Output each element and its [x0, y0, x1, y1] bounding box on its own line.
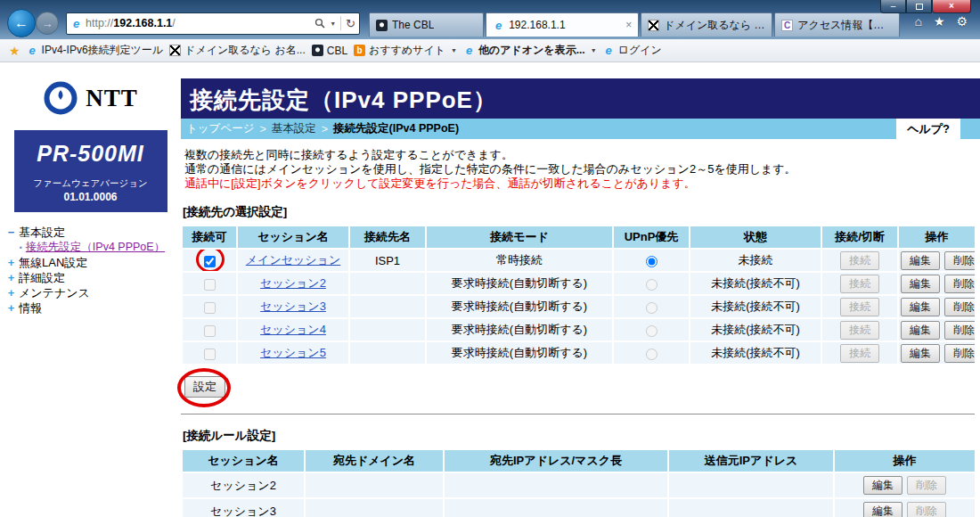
- edit-button[interactable]: 編集: [863, 476, 902, 495]
- favorite-login[interactable]: e ログイン: [603, 43, 662, 58]
- home-icon[interactable]: ⌂: [914, 14, 921, 29]
- delete-button[interactable]: 削除: [944, 321, 975, 340]
- edit-button[interactable]: 編集: [901, 321, 940, 340]
- col-connection-mode: 接続モード: [427, 226, 612, 248]
- expand-icon[interactable]: +: [5, 300, 17, 316]
- delete-button[interactable]: 削除: [907, 502, 946, 517]
- mode-cell: 要求時接続(自動切断する): [427, 342, 612, 364]
- edit-button[interactable]: 編集: [901, 344, 940, 363]
- tab-access-info[interactable]: C アクセス情報【使用中のI...: [774, 12, 900, 37]
- upnp-radio[interactable]: [646, 325, 657, 337]
- forward-button[interactable]: →: [36, 12, 59, 35]
- refresh-icon[interactable]: ↻: [346, 17, 355, 30]
- tab-close-icon[interactable]: ×: [620, 19, 632, 31]
- edit-button[interactable]: 編集: [863, 502, 902, 517]
- favorite-suggested-sites[interactable]: b おすすめサイト ▼: [354, 43, 457, 58]
- delete-button[interactable]: 削除: [944, 251, 975, 270]
- upnp-radio[interactable]: [646, 256, 657, 267]
- connectable-checkbox[interactable]: [204, 349, 216, 360]
- device-info-box: PR-500MI ファームウェアバージョン 01.01.0006: [14, 130, 167, 212]
- expand-icon[interactable]: +: [5, 285, 17, 300]
- settings-gear-icon[interactable]: ⚙: [956, 14, 968, 29]
- page-title: 接続先設定（IPv4 PPPoE）: [181, 78, 980, 119]
- address-bar[interactable]: e http://192.168.1.1/ ▼ ↻: [66, 12, 360, 35]
- status-cell: 未接続(接続不可): [690, 273, 821, 294]
- minimize-button[interactable]: –: [880, 0, 906, 13]
- sidebar-menu: − 基本設定 ▪ 接続先設定（IPv4 PPPoE） + 無線LAN設定 + 詳…: [5, 225, 181, 316]
- delete-button[interactable]: 削除: [907, 476, 946, 495]
- connectable-checkbox[interactable]: [204, 325, 216, 337]
- favorite-onamae[interactable]: ドメイン取るなら お名...: [169, 43, 306, 58]
- cbl-favicon: [312, 45, 323, 56]
- upnp-radio[interactable]: [646, 349, 657, 360]
- address-dropdown-icon[interactable]: ▼: [330, 21, 336, 27]
- onamae-favicon: [169, 45, 181, 56]
- upnp-radio[interactable]: [646, 279, 657, 291]
- help-link[interactable]: ヘルプ?: [896, 119, 960, 139]
- back-icon: ←: [14, 15, 29, 31]
- connect-button[interactable]: 接続: [840, 321, 879, 340]
- session-cell: セッション2: [183, 473, 304, 497]
- delete-button[interactable]: 削除: [944, 298, 975, 316]
- favorite-ipv4-ipv6-tool[interactable]: e IPv4-IPv6接続判定ツール: [27, 43, 164, 58]
- collapse-icon[interactable]: −: [5, 225, 17, 240]
- breadcrumb-separator: >: [322, 123, 328, 135]
- session-link[interactable]: セッション3: [260, 300, 326, 313]
- col-operation: 操作: [899, 226, 975, 248]
- isp-name-cell: [350, 296, 425, 317]
- delete-button[interactable]: 削除: [944, 344, 975, 363]
- col-status: 状態: [690, 226, 821, 248]
- expand-icon[interactable]: +: [5, 270, 17, 285]
- table-row: セッション5 要求時接続(自動切断する) 未接続(接続不可) 接続 編集削除: [183, 342, 975, 364]
- close-button[interactable]: ×: [932, 0, 971, 13]
- tab-192-168-1-1[interactable]: e 192.168.1.1 ×: [486, 12, 639, 37]
- tab-the-cbl[interactable]: The CBL: [369, 12, 484, 37]
- sidebar-item-wireless-lan[interactable]: + 無線LAN設定: [5, 255, 181, 270]
- submit-settings-button[interactable]: 設定: [184, 376, 225, 398]
- connect-button[interactable]: 接続: [840, 298, 879, 316]
- expand-icon[interactable]: +: [5, 255, 17, 270]
- edit-button[interactable]: 編集: [901, 251, 940, 270]
- sidebar-item-information[interactable]: + 情報: [5, 300, 181, 316]
- search-icon[interactable]: [314, 18, 325, 29]
- favorites-star-icon[interactable]: ★: [9, 44, 20, 58]
- session-link[interactable]: セッション5: [260, 346, 326, 359]
- cbl-favicon: [376, 20, 388, 31]
- edit-button[interactable]: 編集: [901, 275, 940, 293]
- connectable-checkbox[interactable]: [204, 279, 216, 291]
- session-link[interactable]: メインセッション: [246, 253, 340, 267]
- session-link[interactable]: セッション2: [260, 276, 326, 290]
- table-header-row: セッション名 宛先ドメイン名 宛先IPアドレス/マスク長 送信元IPアドレス 操…: [183, 450, 975, 472]
- rules-section-title: [接続ルール設定]: [183, 428, 980, 444]
- isp-name-cell: [350, 273, 425, 294]
- warning-text: 通話中に[設定]ボタンをクリックして設定変更を行った場合、通話が切断されることが…: [184, 176, 980, 191]
- tab-onamae[interactable]: ドメイン取るなら お名前....: [641, 12, 772, 37]
- session-link[interactable]: セッション4: [260, 323, 326, 336]
- connectable-checkbox[interactable]: [204, 256, 216, 267]
- maximize-button[interactable]: [906, 0, 932, 13]
- sidebar-item-advanced-settings[interactable]: + 詳細設定: [5, 270, 181, 285]
- connect-button[interactable]: 接続: [840, 275, 879, 293]
- favorite-more-addons[interactable]: e 他のアドオンを表示... ▼: [463, 43, 597, 58]
- col-dest-domain: 宛先ドメイン名: [306, 450, 443, 472]
- sidebar-item-maintenance[interactable]: + メンテナンス: [5, 285, 181, 300]
- col-upnp-priority: UPnP優先: [614, 226, 689, 248]
- connect-button[interactable]: 接続: [840, 251, 879, 270]
- breadcrumb-top-page[interactable]: トップページ: [186, 121, 254, 136]
- favorites-icon[interactable]: ★: [934, 14, 945, 29]
- mode-cell: 要求時接続(自動切断する): [427, 319, 612, 341]
- bullet-icon: ▪: [20, 240, 22, 255]
- connect-button[interactable]: 接続: [840, 344, 879, 363]
- onamae-favicon: [648, 20, 659, 31]
- delete-button[interactable]: 削除: [944, 275, 975, 293]
- browser-action-icons: ⌂ ★ ⚙: [905, 14, 980, 32]
- sidebar-item-basic-settings[interactable]: − 基本設定: [5, 225, 181, 240]
- connectable-checkbox[interactable]: [204, 302, 216, 314]
- isp-name-cell: [350, 319, 425, 341]
- edit-button[interactable]: 編集: [901, 298, 940, 316]
- table-header-row: 接続可 セッション名 接続先名 接続モード UPnP優先 状態 接続/切断 操作: [183, 226, 975, 248]
- back-button[interactable]: ←: [7, 9, 36, 37]
- sidebar-item-pppoe-settings[interactable]: ▪ 接続先設定（IPv4 PPPoE）: [20, 240, 181, 255]
- favorite-cbl[interactable]: CBL: [312, 45, 347, 57]
- upnp-radio[interactable]: [646, 302, 657, 314]
